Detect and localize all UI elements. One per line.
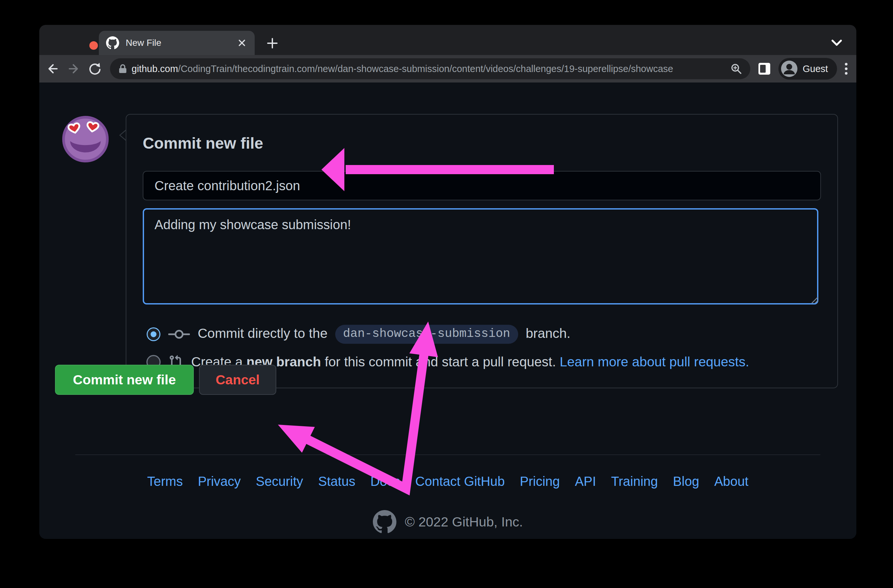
commit-description-textarea[interactable]: Adding my showcase submission! bbox=[143, 208, 818, 304]
new-tab-button[interactable] bbox=[266, 37, 279, 50]
user-avatar-heart-eyes[interactable] bbox=[62, 115, 109, 163]
url-text: github.com/CodingTrain/thecodingtrain.co… bbox=[132, 63, 731, 74]
chevron-down-icon[interactable] bbox=[831, 38, 843, 47]
radio-branch-mid: for this commit and start a pull request… bbox=[325, 354, 556, 369]
footer-link-terms[interactable]: Terms bbox=[147, 474, 183, 489]
tab-new-file[interactable]: New File bbox=[99, 31, 255, 55]
cancel-button[interactable]: Cancel bbox=[199, 365, 276, 395]
browser-menu-icon[interactable] bbox=[843, 62, 849, 76]
radio-row-commit-direct: Commit directly to the dan-showcase-subm… bbox=[146, 325, 571, 344]
footer-links: Terms Privacy Security Status Docs Conta… bbox=[39, 474, 856, 489]
url-domain: github.com bbox=[132, 63, 178, 74]
footer-link-status[interactable]: Status bbox=[318, 474, 355, 489]
url-path: /CodingTrain/thecodingtrain.com/new/dan-… bbox=[178, 63, 674, 74]
back-icon[interactable] bbox=[45, 62, 60, 76]
forward-icon[interactable] bbox=[67, 62, 81, 76]
branch-name-badge: dan-showcase-submission bbox=[335, 325, 518, 344]
footer-bottom: © 2022 GitHub, Inc. bbox=[39, 510, 856, 534]
profile-button[interactable]: Guest bbox=[779, 58, 837, 80]
lock-icon[interactable] bbox=[119, 64, 127, 74]
guest-avatar-icon bbox=[781, 60, 797, 77]
radio-direct-suffix: branch. bbox=[526, 326, 571, 341]
radio-direct-label[interactable]: Commit directly to the dan-showcase-subm… bbox=[198, 325, 571, 344]
tab-title: New File bbox=[126, 38, 161, 48]
tab-close-icon[interactable] bbox=[237, 38, 247, 48]
footer-link-blog[interactable]: Blog bbox=[673, 474, 699, 489]
macos-close-button[interactable] bbox=[89, 41, 98, 50]
git-commit-icon bbox=[168, 327, 190, 342]
profile-label: Guest bbox=[803, 63, 828, 74]
tab-strip: New File bbox=[39, 25, 856, 55]
footer-link-contact[interactable]: Contact GitHub bbox=[415, 474, 505, 489]
copyright-text: © 2022 GitHub, Inc. bbox=[405, 514, 523, 530]
commit-description-wrap: Adding my showcase submission! bbox=[143, 208, 821, 307]
footer-link-training[interactable]: Training bbox=[611, 474, 658, 489]
github-logo-icon bbox=[373, 510, 397, 534]
radio-selected-icon[interactable] bbox=[146, 327, 161, 342]
footer-divider bbox=[75, 454, 820, 455]
resize-grip-icon[interactable] bbox=[810, 295, 818, 304]
footer-link-docs[interactable]: Docs bbox=[370, 474, 400, 489]
zoom-magnifier-icon[interactable] bbox=[731, 63, 742, 74]
browser-window: New File github.com/Codi bbox=[39, 25, 856, 539]
side-panel-icon[interactable] bbox=[758, 62, 771, 76]
commit-message-input[interactable] bbox=[143, 171, 821, 200]
footer-link-about[interactable]: About bbox=[714, 474, 749, 489]
browser-toolbar: github.com/CodingTrain/thecodingtrain.co… bbox=[39, 55, 856, 83]
github-mark-icon bbox=[106, 36, 119, 50]
footer-link-pricing[interactable]: Pricing bbox=[520, 474, 560, 489]
page-title: Commit new file bbox=[143, 134, 263, 152]
footer-link-security[interactable]: Security bbox=[256, 474, 304, 489]
footer-link-privacy[interactable]: Privacy bbox=[198, 474, 241, 489]
url-bar[interactable]: github.com/CodingTrain/thecodingtrain.co… bbox=[110, 58, 750, 79]
footer-link-api[interactable]: API bbox=[575, 474, 596, 489]
learn-more-link[interactable]: Learn more about pull requests. bbox=[560, 354, 749, 369]
reload-icon[interactable] bbox=[88, 62, 102, 76]
commit-card: Commit new file Adding my showcase submi… bbox=[126, 114, 838, 388]
radio-direct-prefix: Commit directly to the bbox=[198, 326, 327, 341]
commit-new-file-button[interactable]: Commit new file bbox=[55, 365, 194, 395]
github-page: Commit new file Adding my showcase submi… bbox=[39, 83, 856, 539]
